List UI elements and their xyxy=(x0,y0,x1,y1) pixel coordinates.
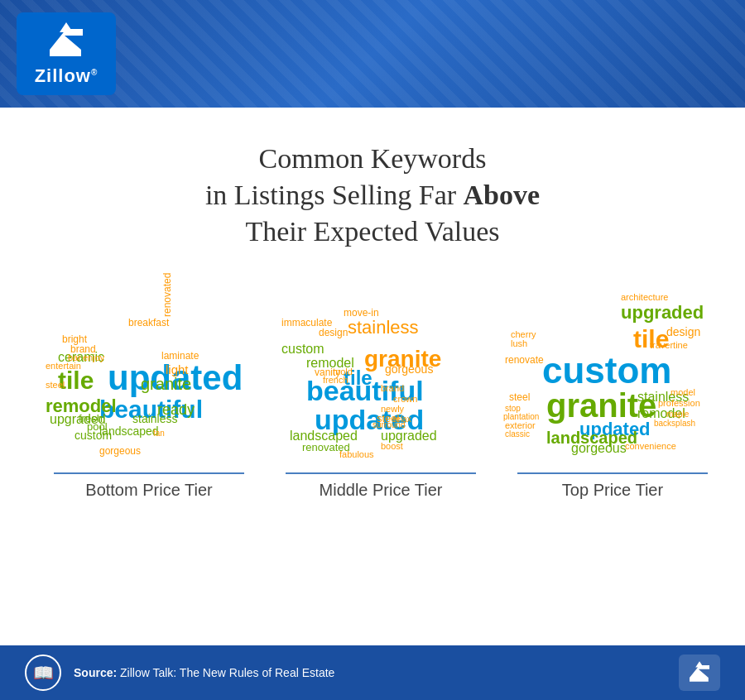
word-0-23: steel xyxy=(46,380,65,390)
word-2-21: profession xyxy=(658,398,700,408)
zillow-label: Zillow® xyxy=(35,65,99,87)
book-icon: 📖 xyxy=(25,654,61,691)
cloud-divider-2 xyxy=(517,472,708,474)
word-2-24: convenience xyxy=(625,441,676,451)
word-cloud-2: customgranitetileupgradedupdatedlandscap… xyxy=(497,267,728,466)
word-1-11: design xyxy=(319,327,348,338)
word-2-0: custom xyxy=(542,350,671,391)
cloud-label-1: Middle Price Tier xyxy=(320,481,443,500)
cloud-divider-0 xyxy=(54,472,244,474)
word-2-10: architecture xyxy=(621,292,668,302)
title-line3: Their Expected Values xyxy=(245,216,499,247)
word-2-3: upgraded xyxy=(621,302,704,324)
word-2-8: gorgeous xyxy=(571,441,627,456)
word-1-24: surround xyxy=(372,420,405,429)
cloud-label-0: Bottom Price Tier xyxy=(85,481,212,500)
footer-source: Source: Zillow Talk: The New Rules of Re… xyxy=(74,666,334,679)
cloud-section-2: customgranitetileupgradedupdatedlandscap… xyxy=(497,267,728,515)
word-1-8: custom xyxy=(281,342,324,357)
word-0-21: enjoy xyxy=(83,352,104,362)
word-1-19: fabulous xyxy=(339,449,374,459)
svg-marker-1 xyxy=(60,22,73,32)
svg-marker-2 xyxy=(690,665,709,682)
main-content: Common Keywords in Listings Selling Far … xyxy=(0,108,745,524)
title-line2-bold: Above xyxy=(464,180,541,210)
footer-zillow-logo xyxy=(679,654,720,691)
word-1-3: stainless xyxy=(348,317,419,338)
cloud-divider-1 xyxy=(286,472,476,474)
svg-marker-3 xyxy=(695,661,704,667)
title-section: Common Keywords in Listings Selling Far … xyxy=(33,124,712,259)
word-1-9: gorgeous xyxy=(385,362,433,376)
svg-marker-0 xyxy=(50,29,83,56)
word-2-19: classic xyxy=(505,429,530,439)
word-cloud-0: updatedbeautifultileremodelgranitecerami… xyxy=(33,267,265,466)
title-line2-normal: in Listings Selling Far xyxy=(205,180,464,210)
zillow-logo-box: Zillow® xyxy=(17,12,116,95)
word-0-24: fan xyxy=(153,429,165,438)
word-2-20: model xyxy=(670,387,695,397)
word-1-22: crown xyxy=(393,394,417,404)
word-2-13: lush xyxy=(511,338,527,348)
word-0-22: entertain xyxy=(46,361,81,371)
word-2-22: maple xyxy=(666,410,689,419)
word-0-4: granite xyxy=(141,375,191,394)
word-1-18: boost xyxy=(381,441,403,451)
word-2-15: steel xyxy=(509,391,530,403)
word-1-12: move-in xyxy=(344,307,379,319)
word-0-17: breakfast xyxy=(128,317,169,328)
footer-bar: 📖 Source: Zillow Talk: The New Rules of … xyxy=(0,645,745,700)
source-label: Source: xyxy=(74,666,117,679)
header-bar: Zillow® xyxy=(0,0,745,108)
word-1-16: brand xyxy=(381,383,404,393)
word-0-15: laminate xyxy=(161,350,199,362)
word-0-16: renovated xyxy=(161,272,173,316)
word-0-13: gorgeous xyxy=(99,445,141,457)
source-text: Zillow Talk: The New Rules of Real Estat… xyxy=(120,666,334,679)
word-0-14: light xyxy=(166,362,189,376)
word-1-21: newly xyxy=(381,404,404,414)
title-line1: Common Keywords xyxy=(259,143,487,174)
footer-left: 📖 Source: Zillow Talk: The New Rules of … xyxy=(25,654,334,691)
word-0-10: ready xyxy=(157,401,195,419)
word-clouds-container: updatedbeautifultileremodelgranitecerami… xyxy=(33,259,712,515)
cloud-section-0: updatedbeautifultileremodelgranitecerami… xyxy=(33,267,265,515)
word-cloud-1: beautifulupdatedgranitestainlesstileland… xyxy=(265,267,497,466)
cloud-label-2: Top Price Tier xyxy=(562,481,663,500)
word-2-23: backsplash xyxy=(654,419,695,428)
cloud-section-1: beautifulupdatedgranitestainlesstileland… xyxy=(265,267,497,515)
word-2-14: renovate xyxy=(505,354,544,366)
word-2-9: design xyxy=(666,325,700,338)
zillow-z-svg xyxy=(41,21,91,62)
word-2-11: travertine xyxy=(650,340,688,350)
word-0-12: pool xyxy=(87,420,108,433)
word-1-15: french xyxy=(323,375,348,385)
